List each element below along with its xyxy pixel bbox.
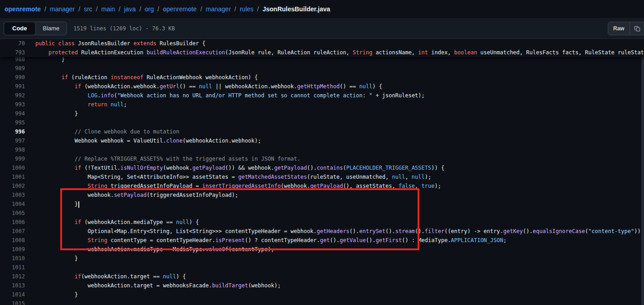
code-line: 994 } bbox=[0, 109, 644, 118]
code-line-text: LOG.info("Webhook action has no URL and/… bbox=[35, 91, 425, 100]
breadcrumb-link[interactable]: java bbox=[124, 5, 136, 13]
raw-button-group: Raw bbox=[608, 22, 644, 35]
breadcrumb-link[interactable]: main bbox=[101, 5, 115, 13]
code-line-text: String contentType = contentTypeHeader.i… bbox=[35, 236, 506, 245]
line-number[interactable]: 991 bbox=[0, 82, 25, 91]
code-line-text: // Clone webhook due to mutation bbox=[35, 127, 179, 136]
line-number[interactable]: 993 bbox=[0, 100, 25, 109]
code-line-text: Optional<Map.Entry<String, List<String>>… bbox=[35, 227, 644, 236]
code-line: 1006 if (webhookAction.mediaType == null… bbox=[0, 218, 644, 227]
tab-blame[interactable]: Blame bbox=[36, 22, 67, 35]
code-line: 992 LOG.info("Webhook action has no URL … bbox=[0, 91, 644, 100]
line-number[interactable]: 990 bbox=[0, 73, 25, 82]
code-line-text: if(webhookAction.target == null) { bbox=[35, 272, 186, 281]
code-line: 1009 webhookAction.mediaType = MediaType… bbox=[0, 245, 644, 254]
code-line: 1005 bbox=[0, 209, 644, 218]
line-number[interactable]: 1008 bbox=[0, 236, 25, 245]
line-number[interactable]: 1000 bbox=[0, 163, 25, 172]
code-line-text: return null; bbox=[35, 100, 127, 109]
code-line-text: Webhook webhook = ValueUtil.clone(webhoo… bbox=[35, 136, 261, 145]
breadcrumb-link[interactable]: openremote bbox=[163, 5, 197, 13]
code-line: 998 bbox=[0, 145, 644, 154]
line-number[interactable]: 1004 bbox=[0, 200, 25, 209]
code-line-text: if (webhookAction.mediaType == null) { bbox=[35, 218, 199, 227]
line-number[interactable]: 1012 bbox=[0, 272, 25, 281]
line-number[interactable]: 1003 bbox=[0, 191, 25, 200]
code-line: 70public class JsonRulesBuilder extends … bbox=[0, 39, 644, 48]
code-line: 1010 } bbox=[0, 254, 644, 263]
code-line: 988 } bbox=[0, 57, 644, 64]
line-number[interactable]: 1007 bbox=[0, 227, 25, 236]
line-number[interactable]: 999 bbox=[0, 154, 25, 163]
vertical-scrollbar[interactable] bbox=[641, 39, 644, 305]
raw-button[interactable]: Raw bbox=[608, 22, 630, 35]
code-line-text: } bbox=[35, 200, 79, 209]
code-line-text: String triggeredAssetInfoPayload = inser… bbox=[35, 181, 441, 191]
breadcrumb-separator: / bbox=[41, 5, 50, 13]
code-line: 1003 webhook.setPayload(triggeredAssetIn… bbox=[0, 191, 644, 200]
breadcrumb-link[interactable]: manager bbox=[206, 5, 231, 13]
file-stats: 1519 lines (1269 loc) · 76.3 KB bbox=[73, 25, 175, 32]
breadcrumb-current-file: JsonRulesBuilder.java bbox=[263, 5, 330, 13]
line-number[interactable]: 1005 bbox=[0, 209, 25, 218]
code-line-text: if (ruleAction instanceof RuleActionWebh… bbox=[35, 73, 258, 82]
breadcrumb-link[interactable]: src bbox=[84, 5, 92, 13]
code-blame-toggle: Code Blame bbox=[4, 22, 67, 35]
code-line: 1001 Map<String, Set<AttributeInfo>> ass… bbox=[0, 172, 644, 181]
line-number[interactable]: 1010 bbox=[0, 254, 25, 263]
line-number[interactable]: 997 bbox=[0, 136, 25, 145]
code-line-text: webhook.setPayload(triggeredAssetInfoPay… bbox=[35, 191, 238, 200]
code-line-text: webhookAction.mediaType = MediaType.valu… bbox=[35, 245, 274, 254]
code-line-text: } bbox=[35, 290, 78, 299]
code-line: 995 bbox=[0, 118, 644, 127]
code-line: 1008 String contentType = contentTypeHea… bbox=[0, 236, 644, 245]
code-line-text: webhookAction.target = webhooksFacade.bu… bbox=[35, 281, 281, 290]
line-number[interactable]: 1013 bbox=[0, 281, 25, 290]
code-viewer: 70public class JsonRulesBuilder extends … bbox=[0, 39, 644, 305]
code-line: 1014 } bbox=[0, 290, 644, 299]
line-number[interactable]: 70 bbox=[0, 39, 25, 48]
code-line: 999 // Replace %TRIGGER_ASSETS% with the… bbox=[0, 154, 644, 163]
line-number[interactable]: 793 bbox=[0, 48, 25, 57]
breadcrumb-separator: / bbox=[136, 5, 145, 13]
line-number[interactable]: 996 bbox=[0, 127, 25, 136]
copy-icon[interactable] bbox=[630, 22, 644, 35]
line-number[interactable]: 1011 bbox=[0, 263, 25, 272]
line-number[interactable]: 1002 bbox=[0, 181, 25, 191]
line-number[interactable]: 1015 bbox=[0, 299, 25, 305]
code-line: 1012 if(webhookAction.target == null) { bbox=[0, 272, 644, 281]
code-line: 1000 if (!TextUtil.isNullOrEmpty(webhook… bbox=[0, 163, 644, 172]
tab-code[interactable]: Code bbox=[4, 22, 36, 35]
code-line: 993 return null; bbox=[0, 100, 644, 109]
line-number[interactable]: 1006 bbox=[0, 218, 25, 227]
code-line: 997 Webhook webhook = ValueUtil.clone(we… bbox=[0, 136, 644, 145]
code-line-text: // Replace %TRIGGER_ASSETS% with the tri… bbox=[35, 154, 300, 163]
breadcrumb-separator: / bbox=[254, 5, 263, 13]
code-line: 990 if (ruleAction instanceof RuleAction… bbox=[0, 73, 644, 82]
text-cursor bbox=[78, 201, 79, 208]
line-number[interactable]: 1014 bbox=[0, 290, 25, 299]
breadcrumb-link[interactable]: openremote bbox=[5, 5, 41, 13]
code-line-text: } bbox=[35, 109, 78, 118]
breadcrumb-separator: / bbox=[92, 5, 101, 13]
line-number[interactable]: 998 bbox=[0, 145, 25, 154]
breadcrumb-link[interactable]: manager bbox=[50, 5, 75, 13]
line-number[interactable]: 994 bbox=[0, 109, 25, 118]
code-line-text: } bbox=[35, 57, 65, 64]
line-number[interactable]: 992 bbox=[0, 91, 25, 100]
code-line: 1007 Optional<Map.Entry<String, List<Str… bbox=[0, 227, 644, 236]
line-number[interactable]: 989 bbox=[0, 64, 25, 73]
breadcrumb-separator: / bbox=[154, 5, 163, 13]
line-number[interactable]: 1009 bbox=[0, 245, 25, 254]
partial-code-line: 988 } bbox=[0, 57, 644, 64]
sticky-context-lines: 70public class JsonRulesBuilder extends … bbox=[0, 39, 644, 57]
code-line: 1015 bbox=[0, 299, 644, 305]
breadcrumb-link[interactable]: rules bbox=[240, 5, 253, 13]
code-line: 991 if (webhookAction.webhook.getUrl() =… bbox=[0, 82, 644, 91]
line-number[interactable]: 995 bbox=[0, 118, 25, 127]
line-number[interactable]: 1001 bbox=[0, 172, 25, 181]
breadcrumb: openremote/manager/src/main/java/org/ope… bbox=[0, 0, 644, 18]
code-line: 793 protected RuleActionExecution buildR… bbox=[0, 48, 644, 57]
line-number[interactable]: 988 bbox=[0, 57, 25, 64]
breadcrumb-link[interactable]: org bbox=[145, 5, 154, 13]
